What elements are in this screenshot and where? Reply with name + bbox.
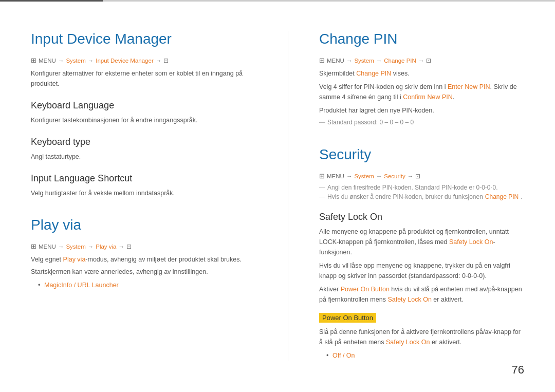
off-on-label: Off / On: [332, 352, 355, 359]
keyboard-type-body: Angi tastaturtype.: [31, 152, 257, 162]
safety-lock-on-title: Safety Lock On: [319, 212, 524, 222]
keyboard-language-body: Konfigurer tastekombinasjonen for å endr…: [31, 115, 257, 125]
bracket-cp: ⊡: [426, 57, 431, 64]
power-on-button-bullet-item: Off / On: [326, 350, 524, 361]
safety-lock-on-section: Safety Lock On Alle menyene og knappene …: [319, 212, 524, 305]
security-section: Security ⊞ MENU → System → Security → ⊡ …: [319, 146, 524, 361]
safety-lock-para1: Alle menyene og knappene på produktet og…: [319, 227, 524, 257]
input-device-manager-section: Input Device Manager ⊞ MENU → System → I…: [31, 31, 257, 198]
arrow3-pv: →: [119, 244, 125, 250]
security-title: Security: [319, 146, 524, 163]
menu-path-menu-cp: MENU: [327, 58, 344, 64]
input-language-shortcut-body: Velg hurtigtaster for å veksle mellom in…: [31, 188, 257, 198]
keyboard-language-title: Keyboard Language: [31, 100, 257, 111]
change-pin-link: Change PIN: [485, 193, 519, 200]
play-via-highlight: Play via: [63, 256, 86, 263]
page-number: 76: [512, 363, 524, 377]
play-via-menu-path: ⊞ MENU → System → Play via → ⊡: [31, 242, 257, 250]
menu-icon-idm: ⊞: [31, 57, 36, 64]
input-language-shortcut-title: Input Language Shortcut: [31, 173, 257, 184]
menu-path-menu-idm: MENU: [39, 58, 56, 64]
menu-path-security: Security: [384, 173, 405, 179]
menu-path-system-sec: System: [354, 173, 374, 179]
input-device-manager-menu-path: ⊞ MENU → System → Input Device Manager →…: [31, 57, 257, 64]
change-pin-title: Change PIN: [319, 31, 524, 47]
arrow2-sec: →: [376, 173, 382, 179]
power-on-button-badge: Power On Button: [319, 313, 376, 323]
menu-path-idm: Input Device Manager: [96, 58, 154, 64]
change-pin-section: Change PIN ⊞ MENU → System → Change PIN …: [319, 31, 524, 126]
change-pin-line2: Velg 4 siffer for PIN-koden og skriv dem…: [319, 82, 524, 102]
input-device-manager-title: Input Device Manager: [31, 31, 257, 47]
confirm-new-pin-highlight: Confirm New PIN: [403, 94, 453, 101]
power-on-button-bullet-list: Off / On: [319, 350, 524, 361]
power-on-button-highlight1: Power On Button: [341, 286, 390, 293]
arrow1-pv: →: [58, 244, 64, 250]
arrow1-sec: →: [346, 173, 353, 179]
play-via-bullet-list: MagicInfo / URL Launcher: [31, 280, 257, 291]
left-column: Input Device Manager ⊞ MENU → System → I…: [31, 31, 257, 361]
safety-lock-para3: Aktiver Power On Button hvis du vil slå …: [319, 284, 524, 305]
right-column: Change PIN ⊞ MENU → System → Change PIN …: [288, 31, 524, 361]
enter-new-pin-highlight: Enter New PIN: [448, 83, 490, 90]
menu-path-menu-pv: MENU: [39, 244, 56, 250]
safety-lock-on-highlight2: Safety Lock On: [387, 296, 431, 303]
play-via-description2: Startskjermen kan være annerledes, avhen…: [31, 267, 257, 277]
keyboard-type-title: Keyboard type: [31, 137, 257, 147]
menu-path-system-idm: System: [66, 58, 85, 64]
menu-path-changepin: Change PIN: [384, 58, 416, 64]
keyboard-language-section: Keyboard Language Konfigurer tastekombin…: [31, 100, 257, 125]
safety-lock-on-highlight3: Safety Lock On: [386, 339, 430, 346]
bracket-sec: ⊡: [415, 173, 420, 180]
play-via-title: Play via: [31, 217, 257, 233]
menu-path-system-cp: System: [354, 58, 374, 64]
menu-icon-sec: ⊞: [319, 172, 325, 180]
arrow2-cp: →: [376, 58, 382, 64]
safety-lock-para2: Hvis du vil låse opp menyene og knappene…: [319, 260, 524, 281]
arrow1-idm: →: [58, 58, 64, 64]
power-on-button-badge-container: Power On Button: [319, 314, 524, 322]
change-pin-note: Standard passord: 0 – 0 – 0 – 0: [319, 119, 524, 126]
change-pin-menu-path: ⊞ MENU → System → Change PIN → ⊡: [319, 57, 524, 64]
keyboard-type-section: Keyboard type Angi tastaturtype.: [31, 137, 257, 162]
menu-path-playvia: Play via: [96, 244, 116, 250]
safety-lock-on-highlight1: Safety Lock On: [449, 238, 493, 246]
arrow3-idm: →: [156, 58, 162, 64]
menu-icon-cp: ⊞: [319, 57, 325, 64]
play-via-section: Play via ⊞ MENU → System → Play via → ⊡ …: [31, 217, 257, 291]
arrow1-cp: →: [346, 58, 353, 64]
security-dash-line2: Hvis du ønsker å endre PIN-koden, bruker…: [319, 193, 524, 200]
arrow2-idm: →: [88, 58, 94, 64]
top-line-accent: [0, 0, 103, 2]
arrow3-cp: →: [418, 58, 424, 64]
menu-path-menu-sec: MENU: [327, 173, 344, 179]
input-language-shortcut-section: Input Language Shortcut Velg hurtigtaste…: [31, 173, 257, 198]
input-device-manager-description: Konfigurer alternativer for eksterne enh…: [31, 68, 257, 89]
power-on-button-description: Slå på denne funksjonen for å aktivere f…: [319, 327, 524, 347]
play-via-bullet-item: MagicInfo / URL Launcher: [38, 280, 257, 291]
security-dash-line1: Angi den firesifrede PIN-koden. Standard…: [319, 184, 524, 191]
change-pin-line1: Skjermbildet Change PIN vises.: [319, 68, 524, 79]
menu-path-system-pv: System: [66, 244, 85, 250]
security-menu-path: ⊞ MENU → System → Security → ⊡: [319, 172, 524, 180]
arrow3-sec: →: [408, 173, 414, 179]
bracket-pv: ⊡: [126, 243, 132, 250]
power-on-button-section: Power On Button Slå på denne funksjonen …: [319, 314, 524, 361]
arrow2-pv: →: [88, 244, 94, 250]
menu-icon-pv: ⊞: [31, 242, 36, 250]
bracket-idm: ⊡: [163, 57, 169, 64]
play-via-description1: Velg egnet Play via-modus, avhengig av m…: [31, 254, 257, 265]
change-pin-line3: Produktet har lagret den nye PIN-koden.: [319, 105, 524, 116]
play-via-bullet-label: MagicInfo / URL Launcher: [44, 282, 119, 289]
change-pin-screen-highlight: Change PIN: [356, 70, 391, 77]
